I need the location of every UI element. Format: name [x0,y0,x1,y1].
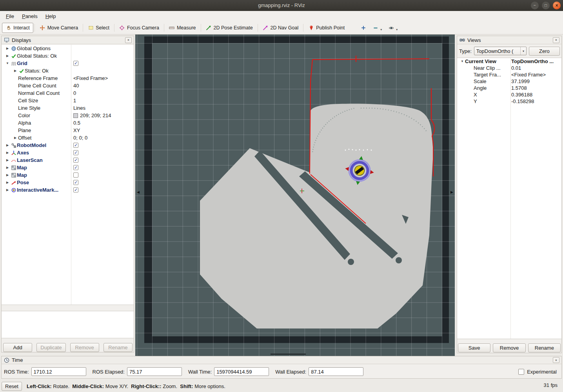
wall-elapsed-input[interactable] [309,367,363,376]
interact-tool[interactable]: Interact [2,23,33,33]
menu-file[interactable]: File [2,12,18,20]
splitter-right-handle[interactable]: ▶ [450,191,453,194]
display-row[interactable]: Alpha0.5 [2,119,134,127]
toolbar-separator [258,24,258,32]
view-type-combobox[interactable]: TopDownOrtho ( ▾ [474,47,527,55]
checkbox-checked[interactable]: ✓ [73,165,78,170]
checkbox-checked[interactable]: ✓ [73,150,78,155]
display-row[interactable]: ▶Status: Ok [2,67,134,74]
display-row[interactable]: Line StyleLines [2,104,134,112]
displays-add-button[interactable]: Add [3,343,32,352]
checkbox-checked[interactable]: ✓ [73,158,78,163]
focus-camera-tool[interactable]: Focus Camera [116,23,163,33]
display-row[interactable]: Color209; 209; 214 [2,112,134,119]
checkbox-checked[interactable]: ✓ [73,61,78,66]
views-save-button[interactable]: Save [458,343,490,352]
checkbox-checked[interactable]: ✓ [73,187,78,192]
3d-viewport[interactable]: ◀ ▶ [135,34,455,356]
display-row[interactable]: ▶Global Options [2,45,134,52]
combo-arrow-icon[interactable]: ▾ [520,47,526,55]
zero-button[interactable]: Zero [529,47,560,56]
experimental-checkbox[interactable] [518,369,524,375]
reset-button[interactable]: Reset [2,382,22,391]
display-row[interactable]: ▶Map [2,171,134,179]
views-remove-button[interactable]: Remove [493,343,525,352]
ros-elapsed-input[interactable] [127,367,182,376]
maximize-button[interactable]: □ [542,2,550,9]
display-row[interactable]: PlaneXY [2,127,134,134]
expand-arrow-icon[interactable]: ▶ [5,166,10,169]
displays-close-icon[interactable]: × [125,37,132,43]
publish-point-tool[interactable]: Publish Point [305,23,348,33]
pose-estimate-tool[interactable]: 2D Pose Estimate [202,23,256,33]
menu-panels[interactable]: Panels [18,12,42,20]
row-value: ✓ [73,158,78,163]
measure-tool[interactable]: Measure [165,23,200,33]
view-property-row[interactable]: Near Clip ...0.01 [457,65,561,71]
expand-arrow-icon[interactable]: ▶ [5,188,10,192]
expand-arrow-icon[interactable]: ▶ [5,158,10,162]
checkbox-checked[interactable]: ✓ [73,143,78,148]
display-row[interactable]: ▶InteractiveMark...✓ [2,186,134,194]
tool-properties-button-dropdown-icon[interactable]: ▾ [396,28,398,33]
display-row[interactable]: ▶Offset0; 0; 0 [2,134,134,142]
collapse-arrow-icon[interactable]: ▼ [459,60,465,63]
time-fields-row: ROS Time:ROS Elapsed:Wall Time:Wall Elap… [4,366,559,377]
remove-tool-button[interactable]: ▾ [370,23,384,33]
nav-goal-tool[interactable]: 2D Nav Goal [259,23,302,33]
select-tool[interactable]: Select [84,23,113,33]
add-tool-button[interactable] [358,23,368,33]
view-property-row[interactable]: ▼Current ViewTopDownOrtho ... [457,58,561,65]
view-property-row[interactable]: Angle1.5708 [457,85,561,91]
expand-arrow-icon[interactable]: ▶ [13,136,18,140]
expand-arrow-icon[interactable]: ▶ [13,69,18,73]
display-row[interactable]: ▼Grid✓ [2,60,134,67]
displays-panel-header[interactable]: Displays × [2,36,134,44]
display-row[interactable]: Cell Size1 [2,97,134,104]
expand-arrow-icon[interactable]: ▶ [5,173,10,177]
checkbox-checked[interactable]: ✓ [73,180,78,185]
close-button[interactable]: × [553,2,561,9]
display-row[interactable]: ▶Global Status: Ok [2,52,134,60]
display-row[interactable]: Reference Frame<Fixed Frame> [2,74,134,82]
collapse-arrow-icon[interactable]: ▼ [5,62,10,65]
expand-arrow-icon[interactable]: ▶ [5,151,10,154]
expand-arrow-icon[interactable]: ▶ [5,47,10,50]
ros-time-label: ROS Time: [4,369,29,375]
remove-tool-button-dropdown-icon[interactable]: ▾ [380,28,382,33]
tool-properties-button[interactable]: ▾ [386,23,400,33]
splitter-left-handle[interactable]: ◀ [137,191,140,194]
menu-help[interactable]: Help [42,12,60,20]
view-property-row[interactable]: Target Fra...<Fixed Frame> [457,71,561,78]
expand-arrow-icon[interactable]: ▶ [5,181,10,184]
minimize-button[interactable]: − [531,2,539,9]
wall-time-input[interactable] [214,367,269,376]
titlebar[interactable]: gmapping.rviz - RViz − □ × [0,0,563,11]
row-value-text: 0.5 [73,120,80,126]
row-value-text: XY [73,127,80,133]
views-rename-button[interactable]: Rename [528,343,561,352]
display-row[interactable]: ▶Map✓ [2,164,134,171]
ros-time-input[interactable] [31,367,86,376]
view-property-row[interactable]: X0.396188 [457,91,561,98]
expand-arrow-icon[interactable]: ▶ [5,54,10,58]
time-panel-header[interactable]: Time × [2,356,561,364]
display-row[interactable]: ▶Axes✓ [2,149,134,156]
display-row[interactable]: ▶Pose✓ [2,179,134,186]
display-row[interactable]: ▶LaserScan✓ [2,156,134,164]
display-row[interactable]: ▶RobotModel✓ [2,142,134,149]
time-close-icon[interactable]: × [553,357,559,363]
view-property-row[interactable]: Y-0.158298 [457,98,561,105]
move-camera-tool[interactable]: Move Camera [36,23,82,33]
display-row[interactable]: Normal Cell Count0 [2,89,134,97]
rviz-window: gmapping.rviz - RViz − □ × FilePanelsHel… [0,0,563,392]
views-close-icon[interactable]: × [553,37,559,43]
expand-arrow-icon[interactable]: ▶ [5,143,10,147]
displays-rename-button: Rename [104,343,133,352]
checkbox-unchecked[interactable] [73,172,78,178]
row-value: <Fixed Frame> [511,72,546,78]
display-row[interactable]: Plane Cell Count40 [2,82,134,89]
row-value-text: 1 [73,98,76,103]
view-property-row[interactable]: Scale37.1999 [457,78,561,85]
views-panel-header[interactable]: Views × [457,36,561,44]
